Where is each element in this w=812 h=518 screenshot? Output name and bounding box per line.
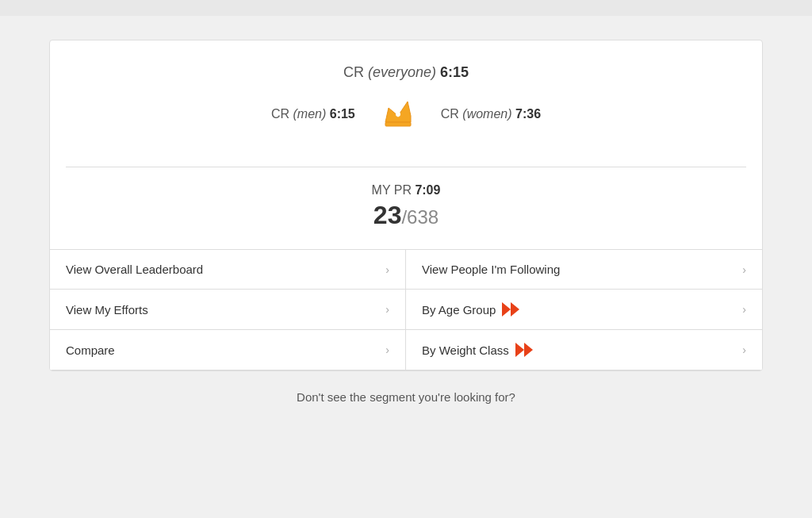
my-efforts-label: View My Efforts [66,303,148,317]
cr-men-label: CR [271,107,289,121]
footer-text: Don't see the segment you're looking for… [49,371,763,423]
rank-display: 23/638 [50,201,762,230]
chevron-right-icon: › [385,263,389,276]
crown-icon [379,94,417,135]
cr-gender-row: CR (men) 6:15 CR (women) 7:36 [82,94,730,135]
cr-everyone-value: 6:15 [440,64,469,80]
svg-marker-5 [511,302,519,317]
svg-marker-4 [502,302,511,317]
cr-men-stat: CR (men) 6:15 [271,107,355,121]
chevron-right-icon: › [742,303,746,316]
svg-marker-6 [515,343,524,357]
rank-number: 23 [373,201,402,229]
menu-item-weight-class[interactable]: By Weight Class › [406,330,762,370]
pr-label-row: MY PR 7:09 [50,183,762,198]
svg-marker-7 [524,343,533,357]
overall-leaderboard-label: View Overall Leaderboard [66,263,203,276]
my-pr-label: MY PR [372,183,416,197]
svg-rect-1 [385,122,411,126]
cr-men-value: 6:15 [330,107,355,121]
menu-item-following[interactable]: View People I'm Following › [406,250,762,290]
cr-everyone-label: CR [343,64,364,80]
my-pr-value: 7:09 [415,183,440,197]
menu-item-overall-leaderboard[interactable]: View Overall Leaderboard › [50,250,406,290]
cr-women-label: CR [441,107,459,121]
section-divider [66,167,746,167]
chevron-right-icon: › [742,343,746,356]
new-badge-icon [515,343,533,357]
cr-women-qualifier: (women) [462,107,511,121]
cr-women-value: 7:36 [515,107,541,121]
menu-item-compare[interactable]: Compare › [50,330,406,370]
cr-men-qualifier: (men) [293,107,327,121]
pr-section: MY PR 7:09 23/638 [50,183,762,230]
weight-class-label: By Weight Class [422,343,533,357]
chevron-right-icon: › [742,263,746,276]
age-group-label: By Age Group [422,302,519,317]
cr-women-stat: CR (women) 7:36 [441,107,541,121]
chevron-right-icon: › [385,343,389,356]
new-badge-icon [502,302,519,317]
menu-item-age-group[interactable]: By Age Group › [406,290,762,330]
compare-label: Compare [66,343,115,357]
menu-grid: View Overall Leaderboard › View People I… [50,249,762,370]
cr-everyone-stat: CR (everyone) 6:15 [82,64,730,81]
following-label: View People I'm Following [422,263,560,276]
menu-item-my-efforts[interactable]: View My Efforts › [50,290,406,330]
rank-total: /638 [401,206,439,228]
chevron-right-icon: › [385,303,389,316]
cr-everyone-qualifier: (everyone) [368,64,436,80]
